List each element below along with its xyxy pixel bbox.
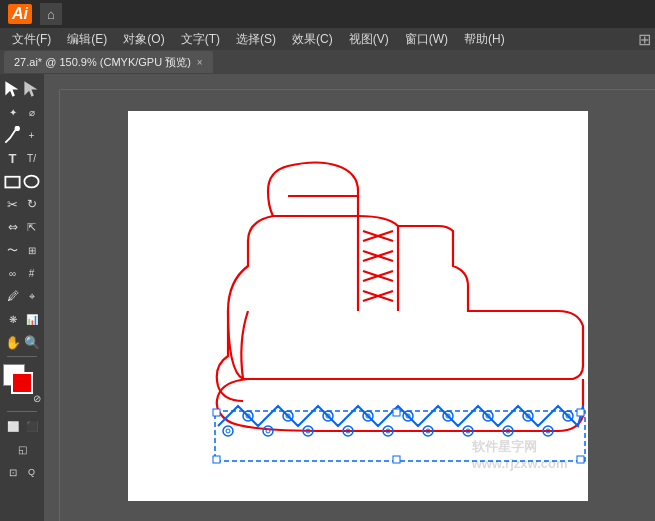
- document-tab[interactable]: 27.ai* @ 150.9% (CMYK/GPU 预览) ×: [4, 51, 213, 73]
- menu-file[interactable]: 文件(F): [4, 29, 59, 50]
- draw-normal-icon[interactable]: ⬜: [3, 415, 22, 437]
- shape-group: [3, 170, 41, 192]
- pen-group: +: [3, 124, 41, 146]
- toolbar-divider-2: [7, 411, 37, 412]
- transform-group: ✂ ↻: [3, 193, 41, 215]
- svg-point-2: [15, 126, 19, 130]
- type-group: T T/: [3, 147, 41, 169]
- vertical-ruler: [44, 90, 60, 521]
- menu-object[interactable]: 对象(O): [115, 29, 172, 50]
- toolbar: ✦ ⌀ + T T/ ✂ ↻: [0, 74, 44, 521]
- zoom-hand-group: ✋ 🔍: [3, 331, 41, 353]
- layout-icon[interactable]: ⊞: [638, 30, 651, 49]
- direct-selection-tool[interactable]: [22, 78, 41, 100]
- selection-tool-group: [3, 78, 41, 100]
- symbol-sprayer-tool[interactable]: ❋: [3, 308, 22, 330]
- reset-colors-icon[interactable]: ⊘: [33, 393, 41, 404]
- menu-effect[interactable]: 效果(C): [284, 29, 341, 50]
- svg-point-21: [263, 426, 273, 436]
- free-transform-tool[interactable]: ⊞: [22, 239, 41, 261]
- warp-tool[interactable]: 〜: [3, 239, 22, 261]
- svg-point-18: [226, 429, 230, 433]
- svg-rect-3: [5, 176, 19, 187]
- boot-illustration: [128, 111, 588, 501]
- hand-tool[interactable]: ✋: [3, 331, 22, 353]
- tab-close-button[interactable]: ×: [197, 57, 203, 68]
- scissors-tool[interactable]: ✂: [3, 193, 22, 215]
- tab-label: 27.ai* @ 150.9% (CMYK/GPU 预览): [14, 55, 191, 70]
- add-anchor-tool[interactable]: +: [22, 124, 41, 146]
- foreground-color-swatch[interactable]: [11, 372, 33, 394]
- graph-group: ❋ 📊: [3, 308, 41, 330]
- magic-wand-tool[interactable]: ✦: [3, 101, 22, 123]
- eyedropper-group: 🖉 ⌖: [3, 285, 41, 307]
- svg-rect-56: [577, 456, 584, 463]
- scale-tool[interactable]: ⇱: [22, 216, 41, 238]
- pen-tool[interactable]: [3, 124, 22, 146]
- artboard[interactable]: 软件星字网 www.rjzxw.com: [128, 111, 588, 501]
- main-area: ✦ ⌀ + T T/ ✂ ↻: [0, 74, 655, 521]
- svg-point-17: [223, 426, 233, 436]
- menu-help[interactable]: 帮助(H): [456, 29, 513, 50]
- menu-view[interactable]: 视图(V): [341, 29, 397, 50]
- selection-tool[interactable]: [3, 78, 22, 100]
- graph-tool[interactable]: 📊: [22, 308, 41, 330]
- draw-inside-icon[interactable]: ⬛: [22, 415, 41, 437]
- svg-marker-0: [5, 81, 18, 96]
- menu-select[interactable]: 选择(S): [228, 29, 284, 50]
- measure-tool[interactable]: ⌖: [22, 285, 41, 307]
- menu-window[interactable]: 窗口(W): [397, 29, 456, 50]
- zoom-percent-icon[interactable]: Q: [22, 461, 41, 483]
- rotate-tool[interactable]: ↻: [22, 193, 41, 215]
- screen-mode-icon[interactable]: ⊡: [3, 461, 22, 483]
- eyedropper-tool[interactable]: 🖉: [3, 285, 22, 307]
- area-type-tool[interactable]: T/: [22, 147, 41, 169]
- blend-tool[interactable]: ∞: [3, 262, 22, 284]
- canvas-area: 软件星字网 www.rjzxw.com: [44, 74, 655, 521]
- sole-pattern: [213, 406, 585, 463]
- draw-mode-group: ⬜ ⬛: [3, 415, 41, 437]
- reflect-tool[interactable]: ⇔: [3, 216, 22, 238]
- title-bar: Ai ⌂: [0, 0, 655, 28]
- screen-mode-group: ⊡ Q: [3, 461, 41, 483]
- rectangle-tool[interactable]: [3, 170, 22, 192]
- svg-rect-58: [393, 456, 400, 463]
- color-swatches[interactable]: ⊘: [3, 364, 41, 404]
- menu-text[interactable]: 文字(T): [173, 29, 228, 50]
- type-tool[interactable]: T: [3, 147, 22, 169]
- svg-rect-57: [393, 409, 400, 416]
- toolbar-divider-1: [7, 356, 37, 357]
- svg-rect-53: [213, 409, 220, 416]
- blend-group: ∞ #: [3, 262, 41, 284]
- lasso-tool[interactable]: ⌀: [22, 101, 41, 123]
- svg-point-4: [24, 175, 38, 187]
- app-logo: Ai: [8, 4, 32, 24]
- menu-edit[interactable]: 编辑(E): [59, 29, 115, 50]
- zoom-tool[interactable]: 🔍: [22, 331, 41, 353]
- canvas: 软件星字网 www.rjzxw.com: [60, 90, 655, 521]
- svg-rect-54: [577, 409, 584, 416]
- tab-bar: 27.ai* @ 150.9% (CMYK/GPU 预览) ×: [0, 50, 655, 74]
- magic-lasso-group: ✦ ⌀: [3, 101, 41, 123]
- horizontal-ruler: [60, 74, 655, 90]
- menu-bar: 文件(F) 编辑(E) 对象(O) 文字(T) 选择(S) 效果(C) 视图(V…: [0, 28, 655, 50]
- draw-behind-icon[interactable]: ◱: [3, 438, 41, 460]
- brush-group: 〜 ⊞: [3, 239, 41, 261]
- warp-group: ⇔ ⇱: [3, 216, 41, 238]
- home-button[interactable]: ⌂: [40, 3, 62, 25]
- svg-rect-55: [213, 456, 220, 463]
- svg-marker-1: [24, 81, 37, 96]
- mesh-tool[interactable]: #: [22, 262, 41, 284]
- ellipse-tool[interactable]: [22, 170, 41, 192]
